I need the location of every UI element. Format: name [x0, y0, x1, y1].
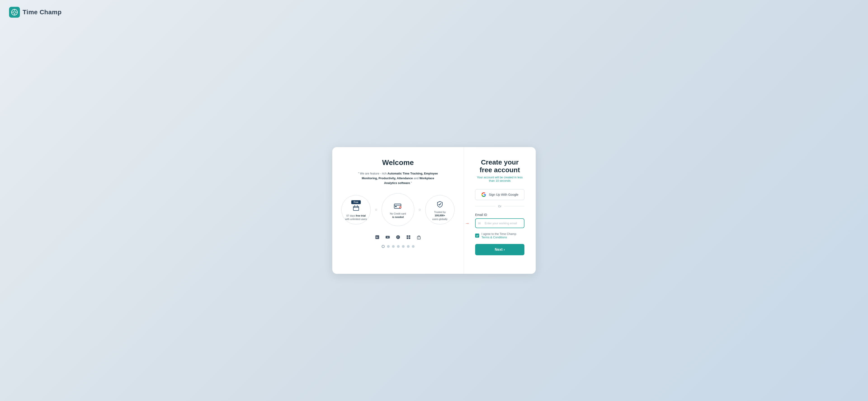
main-container: Welcome " We are feature - rich Automati…: [9, 27, 859, 394]
account-subtitle: Your account will be created in less tha…: [475, 176, 524, 182]
header: Time Champ: [9, 7, 62, 18]
facebook-icon: f: [395, 234, 401, 240]
create-title: Create your free account: [475, 159, 524, 174]
welcome-desc: " We are feature - rich Automatic Time T…: [355, 171, 441, 185]
right-panel: Create your free account Your account wi…: [464, 147, 536, 274]
dot-7[interactable]: [412, 245, 414, 248]
feature-no-credit-card: No Credit cardis needed: [381, 193, 414, 226]
email-form-group: Email ID → ✉: [475, 213, 524, 228]
svg-rect-22: [407, 235, 408, 237]
terms-link[interactable]: Terms & Conditions: [482, 236, 507, 239]
email-input[interactable]: [475, 219, 524, 228]
dot-6[interactable]: [407, 245, 410, 248]
left-panel: Welcome " We are feature - rich Automati…: [332, 147, 464, 274]
arrow-indicator: →: [465, 221, 469, 226]
shield-check-icon: [436, 201, 443, 209]
dot-1[interactable]: [381, 245, 385, 248]
svg-text:in: in: [376, 236, 378, 239]
linkedin-icon: in: [374, 234, 380, 240]
feature-free-trial: Free 07 days free trialwith unlimited us…: [341, 195, 371, 225]
welcome-title: Welcome: [382, 159, 414, 167]
connector-dot-2: [419, 209, 421, 211]
card: Welcome " We are feature - rich Automati…: [332, 147, 536, 274]
svg-rect-25: [409, 237, 410, 239]
free-trial-text: 07 days free trialwith unlimited users: [345, 214, 367, 221]
dot-3[interactable]: [392, 245, 395, 248]
divider: Or: [475, 205, 524, 208]
dot-2[interactable]: [387, 245, 390, 248]
youtube-icon: [384, 234, 391, 240]
terms-checkbox[interactable]: [475, 233, 479, 238]
svg-rect-24: [407, 237, 408, 239]
divider-line-right: [504, 206, 524, 206]
svg-rect-12: [395, 206, 397, 207]
svg-rect-6: [353, 206, 359, 210]
google-signup-button[interactable]: Sign Up With Google: [475, 189, 524, 200]
svg-text:f: f: [397, 236, 398, 239]
terms-label: I agree to the Time Champ Terms & Condit…: [482, 232, 524, 239]
svg-point-1: [13, 11, 16, 13]
free-icon: [353, 205, 359, 212]
google-btn-label: Sign Up With Google: [489, 193, 519, 196]
svg-point-27: [418, 238, 419, 238]
divider-text: Or: [498, 205, 501, 208]
dot-5[interactable]: [402, 245, 405, 248]
email-icon: ✉: [478, 222, 481, 225]
svg-rect-23: [409, 235, 410, 237]
trusted-text: Trusted by 100,000+users globally: [429, 210, 451, 221]
next-btn-label: Next ›: [495, 248, 505, 252]
lock-icon: [416, 234, 422, 240]
social-icons-row: in f: [374, 234, 422, 240]
credit-card-icon: [394, 203, 402, 210]
dot-4[interactable]: [397, 245, 400, 248]
logo-text: Time Champ: [23, 8, 62, 16]
email-input-wrapper: → ✉: [475, 219, 524, 228]
next-button[interactable]: Next ›: [475, 244, 524, 255]
carousel-dots: [381, 245, 414, 248]
divider-line-left: [475, 206, 495, 206]
features-row: Free 07 days free trialwith unlimited us…: [341, 193, 455, 226]
windows-icon: [405, 234, 412, 240]
email-label: Email ID: [475, 213, 524, 217]
feature-trusted: Trusted by 100,000+users globally: [425, 195, 455, 225]
no-credit-card-text: No Credit cardis needed: [390, 212, 406, 219]
logo-icon: [9, 7, 20, 18]
terms-checkbox-row: I agree to the Time Champ Terms & Condit…: [475, 232, 524, 239]
connector-dot-1: [375, 209, 377, 211]
free-badge: Free: [351, 200, 361, 204]
